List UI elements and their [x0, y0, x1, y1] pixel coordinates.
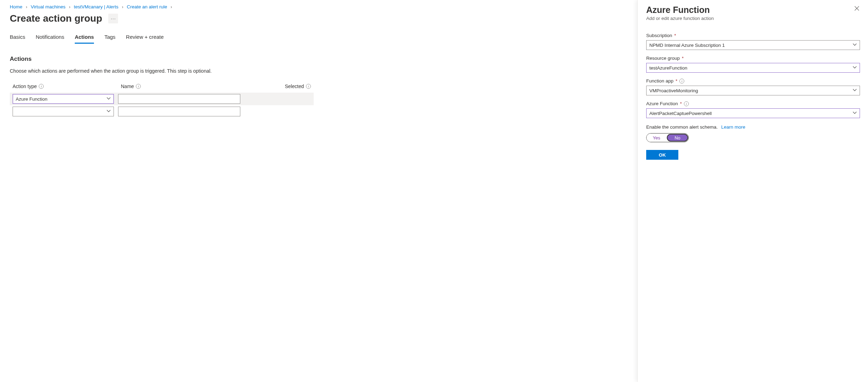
- required-asterisk: *: [674, 33, 676, 38]
- function-app-label: Function app: [646, 78, 673, 84]
- col-header-name: Name i: [121, 84, 243, 89]
- tab-notifications[interactable]: Notifications: [36, 34, 64, 44]
- page-title-row: Create action group ···: [10, 13, 316, 24]
- main-content: Home › Virtual machines › testVMcanary |…: [0, 0, 316, 118]
- azure-function-label: Azure Function: [646, 101, 678, 106]
- chevron-right-icon: ›: [69, 5, 71, 9]
- action-type-select[interactable]: Azure Function: [13, 94, 114, 104]
- field-label: Function app * i: [646, 78, 860, 84]
- chevron-down-icon: [853, 43, 857, 47]
- ok-button[interactable]: OK: [646, 150, 678, 160]
- col-header-action-type-label: Action type: [13, 84, 37, 89]
- col-header-action-type: Action type i: [13, 84, 117, 89]
- chevron-down-icon: [853, 88, 857, 92]
- tab-basics[interactable]: Basics: [10, 34, 25, 44]
- col-header-selected-label: Selected: [285, 84, 304, 89]
- common-alert-schema-text: Enable the common alert schema.: [646, 124, 718, 130]
- toggle-yes[interactable]: Yes: [647, 134, 666, 142]
- required-asterisk: *: [680, 101, 682, 106]
- info-icon[interactable]: i: [136, 84, 141, 89]
- function-app-select[interactable]: VMProactiveMonitoring: [646, 86, 860, 95]
- close-icon: [854, 6, 860, 11]
- azure-function-select-value: AlertPacketCaptuePowershell: [649, 111, 712, 116]
- info-icon[interactable]: i: [306, 84, 311, 89]
- azure-function-blade: Azure Function Add or edit azure functio…: [637, 0, 868, 382]
- breadcrumb-virtual-machines[interactable]: Virtual machines: [31, 4, 66, 9]
- action-name-input[interactable]: [118, 107, 240, 116]
- table-row: [10, 105, 314, 118]
- chevron-down-icon: [853, 65, 857, 70]
- azure-function-select[interactable]: AlertPacketCaptuePowershell: [646, 108, 860, 118]
- actions-table: Action type i Name i Selected i Azure Fu…: [10, 84, 314, 118]
- common-alert-schema-toggle[interactable]: Yes No: [646, 133, 689, 142]
- learn-more-link[interactable]: Learn more: [721, 124, 745, 130]
- toggle-no[interactable]: No: [667, 134, 688, 142]
- breadcrumb-resource-alerts[interactable]: testVMcanary | Alerts: [74, 4, 118, 9]
- ellipsis-icon: ···: [111, 16, 116, 21]
- action-type-select-value: Azure Function: [16, 96, 48, 102]
- resource-group-label: Resource group: [646, 56, 680, 61]
- action-type-select[interactable]: [13, 107, 114, 116]
- tab-actions[interactable]: Actions: [75, 34, 94, 44]
- table-row: Azure Function: [10, 93, 314, 105]
- actions-heading: Actions: [10, 56, 316, 63]
- chevron-down-icon: [107, 109, 111, 113]
- col-header-selected: Selected i: [285, 84, 311, 89]
- subscription-label: Subscription: [646, 33, 672, 38]
- chevron-right-icon: ›: [26, 5, 27, 9]
- chevron-down-icon: [107, 96, 111, 101]
- tabs: Basics Notifications Actions Tags Review…: [10, 34, 316, 44]
- chevron-right-icon: ›: [170, 5, 172, 9]
- blade-subtitle: Add or edit azure function action: [646, 16, 714, 21]
- page-title: Create action group: [10, 13, 102, 24]
- blade-title: Azure Function: [646, 5, 714, 15]
- required-asterisk: *: [676, 78, 677, 84]
- common-alert-schema-row: Enable the common alert schema. Learn mo…: [646, 124, 860, 130]
- col-header-name-label: Name: [121, 84, 134, 89]
- chevron-down-icon: [853, 111, 857, 115]
- field-label: Azure Function * i: [646, 101, 860, 106]
- info-icon[interactable]: i: [39, 84, 44, 89]
- more-menu-button[interactable]: ···: [108, 14, 118, 23]
- resource-group-select[interactable]: testAzureFunction: [646, 63, 860, 73]
- required-asterisk: *: [682, 56, 684, 61]
- info-icon[interactable]: i: [679, 79, 684, 84]
- info-icon[interactable]: i: [684, 101, 689, 106]
- subscription-select-value: NPMD Internal Azure Subscription 1: [649, 43, 725, 48]
- breadcrumb: Home › Virtual machines › testVMcanary |…: [10, 4, 316, 9]
- resource-group-select-value: testAzureFunction: [649, 65, 687, 71]
- tab-tags[interactable]: Tags: [104, 34, 116, 44]
- breadcrumb-create-alert-rule[interactable]: Create an alert rule: [127, 4, 167, 9]
- field-resource-group: Resource group * testAzureFunction: [646, 56, 860, 73]
- field-function-app: Function app * i VMProactiveMonitoring: [646, 78, 860, 95]
- table-header-row: Action type i Name i Selected i: [10, 84, 314, 93]
- close-button[interactable]: [853, 5, 860, 12]
- function-app-select-value: VMProactiveMonitoring: [649, 88, 698, 93]
- breadcrumb-home[interactable]: Home: [10, 4, 22, 9]
- field-label: Resource group *: [646, 56, 860, 61]
- field-label: Subscription *: [646, 33, 860, 38]
- tab-review-create[interactable]: Review + create: [126, 34, 164, 44]
- chevron-right-icon: ›: [122, 5, 123, 9]
- action-name-input[interactable]: [118, 94, 240, 104]
- field-azure-function: Azure Function * i AlertPacketCaptuePowe…: [646, 101, 860, 118]
- subscription-select[interactable]: NPMD Internal Azure Subscription 1: [646, 40, 860, 50]
- actions-description: Choose which actions are performed when …: [10, 68, 316, 74]
- field-subscription: Subscription * NPMD Internal Azure Subsc…: [646, 33, 860, 50]
- blade-header: Azure Function Add or edit azure functio…: [646, 5, 860, 33]
- blade-title-group: Azure Function Add or edit azure functio…: [646, 5, 714, 33]
